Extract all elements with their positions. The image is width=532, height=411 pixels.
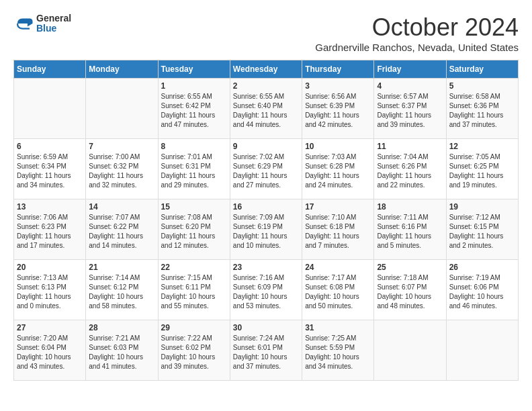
- calendar-cell: 6Sunrise: 6:59 AM Sunset: 6:34 PM Daylig…: [14, 139, 86, 199]
- page-header: General Blue October 2024 Gardnerville R…: [13, 13, 519, 53]
- day-number: 5: [449, 81, 515, 91]
- day-number: 2: [233, 81, 299, 91]
- day-number: 25: [377, 263, 443, 272]
- day-info: Sunrise: 7:22 AM Sunset: 6:02 PM Dayligh…: [161, 334, 227, 371]
- day-info: Sunrise: 7:17 AM Sunset: 6:08 PM Dayligh…: [305, 273, 371, 311]
- weekday-header: Wednesday: [230, 60, 302, 79]
- calendar-cell: 4Sunrise: 6:57 AM Sunset: 6:37 PM Daylig…: [374, 79, 446, 139]
- day-info: Sunrise: 7:24 AM Sunset: 6:01 PM Dayligh…: [233, 334, 299, 371]
- day-info: Sunrise: 6:58 AM Sunset: 6:36 PM Dayligh…: [449, 92, 515, 130]
- calendar-cell: 26Sunrise: 7:19 AM Sunset: 6:06 PM Dayli…: [446, 260, 518, 320]
- day-number: 6: [17, 142, 83, 151]
- weekday-header: Tuesday: [158, 60, 230, 79]
- day-info: Sunrise: 6:57 AM Sunset: 6:37 PM Dayligh…: [377, 92, 443, 130]
- calendar-cell: 21Sunrise: 7:14 AM Sunset: 6:12 PM Dayli…: [86, 260, 158, 320]
- calendar-table: SundayMondayTuesdayWednesdayThursdayFrid…: [13, 60, 519, 381]
- location-subtitle: Gardnerville Ranchos, Nevada, United Sta…: [315, 42, 519, 53]
- calendar-cell: 25Sunrise: 7:18 AM Sunset: 6:07 PM Dayli…: [374, 260, 446, 320]
- calendar-week-row: 13Sunrise: 7:06 AM Sunset: 6:23 PM Dayli…: [14, 199, 519, 260]
- calendar-cell: 3Sunrise: 6:56 AM Sunset: 6:39 PM Daylig…: [302, 79, 374, 139]
- logo-blue: Blue: [36, 23, 56, 34]
- day-number: 20: [17, 263, 83, 272]
- calendar-week-row: 1Sunrise: 6:55 AM Sunset: 6:42 PM Daylig…: [14, 79, 519, 139]
- calendar-cell: 17Sunrise: 7:10 AM Sunset: 6:18 PM Dayli…: [302, 199, 374, 260]
- day-info: Sunrise: 7:09 AM Sunset: 6:19 PM Dayligh…: [233, 213, 299, 250]
- calendar-cell: 22Sunrise: 7:15 AM Sunset: 6:11 PM Dayli…: [158, 260, 230, 320]
- month-title: October 2024: [315, 13, 519, 42]
- day-info: Sunrise: 6:56 AM Sunset: 6:39 PM Dayligh…: [305, 92, 371, 130]
- calendar-cell: 9Sunrise: 7:02 AM Sunset: 6:29 PM Daylig…: [230, 139, 302, 199]
- day-number: 14: [89, 202, 154, 212]
- calendar-cell: [14, 79, 86, 139]
- calendar-cell: 30Sunrise: 7:24 AM Sunset: 6:01 PM Dayli…: [230, 320, 302, 381]
- calendar-cell: 11Sunrise: 7:04 AM Sunset: 6:26 PM Dayli…: [374, 139, 446, 199]
- day-number: 18: [377, 202, 443, 212]
- day-number: 15: [161, 202, 227, 212]
- calendar-week-row: 20Sunrise: 7:13 AM Sunset: 6:13 PM Dayli…: [14, 260, 519, 320]
- day-info: Sunrise: 7:02 AM Sunset: 6:29 PM Dayligh…: [233, 152, 299, 190]
- calendar-cell: 5Sunrise: 6:58 AM Sunset: 6:36 PM Daylig…: [446, 79, 518, 139]
- day-number: 12: [449, 142, 515, 151]
- calendar-cell: 12Sunrise: 7:05 AM Sunset: 6:25 PM Dayli…: [446, 139, 518, 199]
- calendar-cell: 24Sunrise: 7:17 AM Sunset: 6:08 PM Dayli…: [302, 260, 374, 320]
- day-number: 7: [89, 142, 154, 151]
- calendar-cell: 19Sunrise: 7:12 AM Sunset: 6:15 PM Dayli…: [446, 199, 518, 260]
- weekday-header: Monday: [86, 60, 158, 79]
- day-number: 1: [161, 81, 227, 91]
- calendar-cell: 8Sunrise: 7:01 AM Sunset: 6:31 PM Daylig…: [158, 139, 230, 199]
- day-number: 13: [17, 202, 83, 212]
- day-info: Sunrise: 7:12 AM Sunset: 6:15 PM Dayligh…: [449, 213, 515, 250]
- day-info: Sunrise: 7:16 AM Sunset: 6:09 PM Dayligh…: [233, 273, 299, 311]
- day-number: 30: [233, 323, 299, 332]
- day-info: Sunrise: 7:08 AM Sunset: 6:20 PM Dayligh…: [161, 213, 227, 250]
- day-number: 8: [161, 142, 227, 151]
- day-info: Sunrise: 7:13 AM Sunset: 6:13 PM Dayligh…: [17, 273, 83, 311]
- day-info: Sunrise: 7:14 AM Sunset: 6:12 PM Dayligh…: [89, 273, 154, 311]
- day-number: 9: [233, 142, 299, 151]
- logo-text: General Blue: [36, 13, 71, 34]
- title-block: October 2024 Gardnerville Ranchos, Nevad…: [315, 13, 519, 53]
- calendar-cell: 31Sunrise: 7:25 AM Sunset: 5:59 PM Dayli…: [302, 320, 374, 381]
- day-info: Sunrise: 6:55 AM Sunset: 6:40 PM Dayligh…: [233, 92, 299, 130]
- day-info: Sunrise: 6:59 AM Sunset: 6:34 PM Dayligh…: [17, 152, 83, 190]
- logo: General Blue: [13, 13, 71, 34]
- calendar-cell: 7Sunrise: 7:00 AM Sunset: 6:32 PM Daylig…: [86, 139, 158, 199]
- day-number: 3: [305, 81, 371, 91]
- day-info: Sunrise: 7:21 AM Sunset: 6:03 PM Dayligh…: [89, 334, 154, 371]
- day-number: 26: [449, 263, 515, 272]
- logo-icon: [13, 13, 34, 34]
- weekday-header: Thursday: [302, 60, 374, 79]
- day-info: Sunrise: 7:01 AM Sunset: 6:31 PM Dayligh…: [161, 152, 227, 190]
- day-number: 27: [17, 323, 83, 332]
- day-info: Sunrise: 7:07 AM Sunset: 6:22 PM Dayligh…: [89, 213, 154, 250]
- calendar-cell: 13Sunrise: 7:06 AM Sunset: 6:23 PM Dayli…: [14, 199, 86, 260]
- calendar-cell: [446, 320, 518, 381]
- day-number: 17: [305, 202, 371, 212]
- day-number: 23: [233, 263, 299, 272]
- calendar-cell: 15Sunrise: 7:08 AM Sunset: 6:20 PM Dayli…: [158, 199, 230, 260]
- day-info: Sunrise: 7:18 AM Sunset: 6:07 PM Dayligh…: [377, 273, 443, 311]
- calendar-cell: 14Sunrise: 7:07 AM Sunset: 6:22 PM Dayli…: [86, 199, 158, 260]
- calendar-cell: 23Sunrise: 7:16 AM Sunset: 6:09 PM Dayli…: [230, 260, 302, 320]
- day-number: 16: [233, 202, 299, 212]
- day-info: Sunrise: 7:00 AM Sunset: 6:32 PM Dayligh…: [89, 152, 154, 190]
- day-info: Sunrise: 7:05 AM Sunset: 6:25 PM Dayligh…: [449, 152, 515, 190]
- calendar-cell: 27Sunrise: 7:20 AM Sunset: 6:04 PM Dayli…: [14, 320, 86, 381]
- day-number: 10: [305, 142, 371, 151]
- day-number: 4: [377, 81, 443, 91]
- day-info: Sunrise: 7:19 AM Sunset: 6:06 PM Dayligh…: [449, 273, 515, 311]
- day-info: Sunrise: 7:10 AM Sunset: 6:18 PM Dayligh…: [305, 213, 371, 250]
- day-info: Sunrise: 7:04 AM Sunset: 6:26 PM Dayligh…: [377, 152, 443, 190]
- logo-general: General: [36, 13, 71, 24]
- weekday-header: Friday: [374, 60, 446, 79]
- day-number: 29: [161, 323, 227, 332]
- day-info: Sunrise: 7:20 AM Sunset: 6:04 PM Dayligh…: [17, 334, 83, 371]
- day-number: 11: [377, 142, 443, 151]
- calendar-cell: 20Sunrise: 7:13 AM Sunset: 6:13 PM Dayli…: [14, 260, 86, 320]
- day-number: 31: [305, 323, 371, 332]
- day-number: 22: [161, 263, 227, 272]
- header-row: SundayMondayTuesdayWednesdayThursdayFrid…: [14, 60, 519, 79]
- weekday-header: Sunday: [14, 60, 86, 79]
- calendar-cell: [374, 320, 446, 381]
- calendar-cell: 18Sunrise: 7:11 AM Sunset: 6:16 PM Dayli…: [374, 199, 446, 260]
